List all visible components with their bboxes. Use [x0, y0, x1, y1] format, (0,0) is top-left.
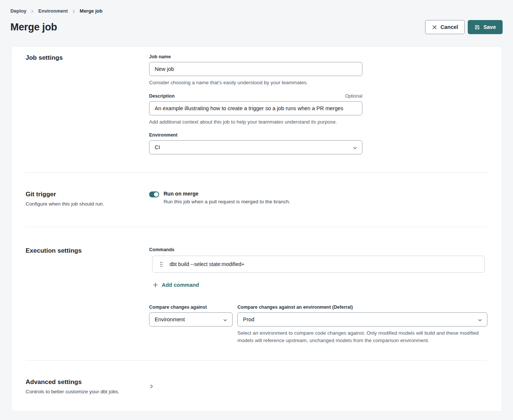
deferral-field-group: Compare changes against an environment (… — [237, 305, 487, 345]
environment-select-value: CI — [155, 144, 160, 150]
breadcrumb-merge-job: Merge job — [80, 8, 102, 14]
compare-against-field-group: Compare changes against Environment — [149, 305, 233, 345]
description-label: Description — [149, 93, 175, 99]
compare-against-select[interactable]: Environment — [149, 312, 233, 327]
section-execution-settings: Execution settings Commands dbt build --… — [26, 227, 487, 360]
close-icon — [432, 24, 437, 30]
save-button[interactable]: Save — [468, 20, 503, 34]
breadcrumb-deploy[interactable]: Deploy — [10, 8, 26, 14]
job-name-input[interactable] — [149, 62, 362, 76]
chevron-right-icon — [72, 9, 76, 13]
command-text[interactable]: dbt build --select state:modified+ — [170, 261, 244, 267]
add-command-button[interactable]: Add command — [153, 282, 199, 288]
environment-field-group: Environment CI — [149, 132, 362, 154]
execution-settings-heading: Execution settings — [26, 247, 149, 255]
job-name-helper: Consider choosing a name that's easily u… — [149, 79, 362, 86]
description-optional-tag: Optional — [345, 93, 362, 99]
job-settings-heading: Job settings — [26, 54, 149, 62]
advanced-settings-heading-col: Advanced settings Controls to better cus… — [26, 378, 149, 394]
deferral-label: Compare changes against an environment (… — [237, 305, 353, 310]
command-row[interactable]: dbt build --select state:modified+ — [152, 256, 485, 273]
save-button-label: Save — [483, 24, 496, 30]
description-input[interactable] — [149, 101, 362, 115]
cancel-button-label: Cancel — [441, 24, 458, 30]
save-icon — [474, 24, 480, 30]
title-row: Merge job Cancel Save — [10, 20, 503, 34]
chevron-down-icon — [353, 145, 357, 151]
section-job-settings: Job settings Job name Consider choosing … — [26, 47, 487, 173]
toggle-knob — [154, 192, 158, 197]
page-title: Merge job — [10, 22, 57, 33]
deferral-helper: Select an environment to compare code ch… — [237, 329, 480, 345]
advanced-settings-subheading: Controls to better customize your dbt jo… — [26, 389, 149, 394]
chevron-right-icon — [30, 9, 34, 13]
description-helper: Add additional context about this job to… — [149, 118, 362, 126]
deferral-select[interactable]: Prod — [237, 312, 487, 327]
section-advanced-settings[interactable]: Advanced settings Controls to better cus… — [26, 361, 487, 411]
execution-settings-heading-col: Execution settings — [26, 247, 149, 345]
job-form-card: Job settings Job name Consider choosing … — [11, 46, 502, 411]
description-field-group: Description Optional Add additional cont… — [149, 93, 362, 126]
compare-against-label: Compare changes against — [149, 305, 207, 310]
header-actions: Cancel Save — [425, 20, 503, 34]
add-command-label: Add command — [162, 282, 199, 288]
chevron-down-icon — [223, 318, 227, 324]
breadcrumb-environment[interactable]: Environment — [38, 8, 68, 14]
run-on-merge-description: Run this job when a pull request is merg… — [164, 199, 290, 204]
run-on-merge-row: Run on merge Run this job when a pull re… — [149, 191, 487, 204]
git-trigger-heading: Git trigger — [26, 191, 149, 198]
chevron-down-icon — [478, 318, 482, 324]
section-git-trigger: Git trigger Configure when this job shou… — [26, 173, 487, 227]
deferral-select-value: Prod — [243, 316, 254, 322]
environment-select[interactable]: CI — [149, 140, 362, 154]
commands-label: Commands — [149, 247, 487, 252]
git-trigger-heading-col: Git trigger Configure when this job shou… — [26, 191, 149, 207]
expand-chevron-right-icon[interactable] — [149, 384, 154, 389]
git-trigger-subheading: Configure when this job should run. — [26, 201, 149, 207]
compare-row: Compare changes against Environment Comp… — [149, 305, 487, 345]
environment-label: Environment — [149, 132, 177, 138]
run-on-merge-toggle[interactable] — [149, 191, 159, 197]
cancel-button[interactable]: Cancel — [425, 20, 465, 34]
job-name-label: Job name — [149, 54, 171, 59]
compare-against-select-value: Environment — [155, 316, 185, 322]
drag-handle-icon[interactable] — [157, 260, 166, 269]
page-header: Deploy Environment Merge job Merge job C… — [0, 0, 513, 34]
advanced-settings-heading: Advanced settings — [26, 378, 149, 386]
plus-icon — [153, 282, 158, 288]
job-name-field-group: Job name Consider choosing a name that's… — [149, 54, 362, 86]
run-on-merge-label: Run on merge — [164, 191, 290, 197]
job-settings-heading-col: Job settings — [26, 54, 149, 154]
breadcrumb: Deploy Environment Merge job — [10, 8, 503, 14]
